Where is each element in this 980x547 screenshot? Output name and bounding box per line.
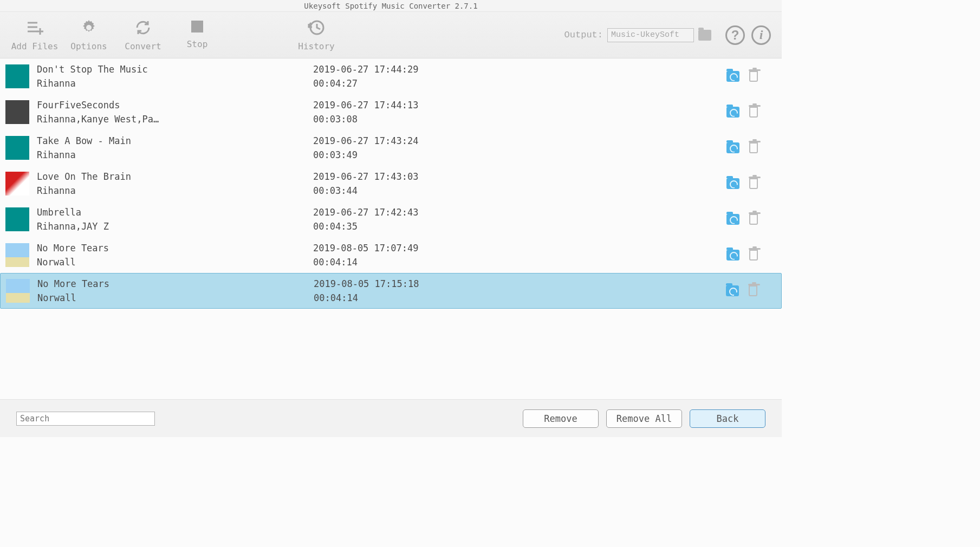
track-duration: 00:03:44	[313, 185, 562, 196]
convert-button[interactable]: Convert	[116, 14, 170, 57]
convert-icon	[134, 18, 152, 37]
track-row[interactable]: Love On The BrainRihanna2019-06-27 17:43…	[0, 166, 782, 201]
track-actions	[726, 285, 776, 296]
track-list: Don't Stop The MusicRihanna2019-06-27 17…	[0, 58, 782, 399]
track-artist: Rihanna	[37, 185, 313, 196]
album-art	[5, 172, 29, 196]
track-meta: 2019-06-27 17:44:2900:04:27	[313, 64, 562, 89]
track-info: Love On The BrainRihanna	[37, 171, 313, 196]
track-row[interactable]: FourFiveSecondsRihanna,Kanye West,Pa…201…	[0, 94, 782, 130]
track-meta: 2019-06-27 17:42:4300:04:35	[313, 207, 562, 232]
track-duration: 00:04:35	[313, 221, 562, 232]
stop-icon	[191, 21, 203, 32]
output-label: Output:	[564, 30, 603, 40]
track-meta: 2019-06-27 17:43:0300:03:44	[313, 171, 562, 196]
track-artist: Norwall	[37, 292, 314, 303]
track-row[interactable]: No More TearsNorwall2019-08-05 17:15:180…	[0, 273, 782, 309]
track-date: 2019-06-27 17:42:43	[313, 207, 562, 218]
track-date: 2019-08-05 17:07:49	[313, 243, 562, 253]
track-meta: 2019-08-05 17:07:4900:04:14	[313, 243, 562, 268]
toolbar: Add Files Options Convert Stop History O…	[0, 12, 782, 58]
history-icon	[307, 18, 326, 37]
track-title: Love On The Brain	[37, 171, 313, 182]
track-duration: 00:04:14	[314, 292, 563, 303]
window-title: Ukeysoft Spotify Music Converter 2.7.1	[0, 0, 782, 12]
album-art	[5, 207, 29, 231]
track-row[interactable]: Don't Stop The MusicRihanna2019-06-27 17…	[0, 58, 782, 94]
track-title: No More Tears	[37, 278, 314, 289]
search-input[interactable]	[16, 412, 155, 426]
track-title: Don't Stop The Music	[37, 64, 313, 75]
track-meta: 2019-06-27 17:44:1300:03:08	[313, 100, 562, 125]
track-date: 2019-06-27 17:44:29	[313, 64, 562, 75]
track-date: 2019-08-05 17:15:18	[314, 278, 563, 289]
track-actions	[726, 71, 776, 82]
track-title: Umbrella	[37, 207, 313, 218]
track-title: No More Tears	[37, 243, 313, 253]
track-info: FourFiveSecondsRihanna,Kanye West,Pa…	[37, 100, 313, 125]
add-files-icon	[25, 18, 44, 37]
open-folder-icon[interactable]	[726, 250, 739, 261]
remove-all-button[interactable]: Remove All	[606, 409, 682, 428]
track-artist: Rihanna	[37, 149, 313, 160]
open-folder-icon[interactable]	[726, 285, 739, 296]
info-icon[interactable]: i	[751, 25, 771, 45]
track-actions	[726, 214, 776, 225]
open-folder-icon[interactable]	[726, 107, 739, 118]
track-info: Take A Bow - MainRihanna	[37, 135, 313, 160]
track-date: 2019-06-27 17:43:24	[313, 135, 562, 146]
track-duration: 00:03:49	[313, 149, 562, 160]
delete-icon[interactable]	[749, 250, 758, 261]
track-date: 2019-06-27 17:43:03	[313, 171, 562, 182]
track-info: No More TearsNorwall	[37, 278, 314, 303]
album-art	[5, 100, 29, 124]
back-button[interactable]: Back	[690, 409, 765, 428]
track-info: No More TearsNorwall	[37, 243, 313, 268]
output-path-input[interactable]	[607, 28, 694, 42]
footer: Remove Remove All Back	[0, 399, 782, 437]
stop-button[interactable]: Stop	[170, 14, 224, 57]
delete-icon[interactable]	[749, 214, 758, 225]
gear-icon	[80, 18, 98, 37]
album-art	[5, 243, 29, 267]
album-art	[6, 279, 30, 303]
track-actions	[726, 250, 776, 261]
track-meta: 2019-08-05 17:15:1800:04:14	[314, 278, 563, 303]
delete-icon[interactable]	[749, 178, 758, 189]
delete-icon[interactable]	[749, 285, 757, 296]
track-info: Don't Stop The MusicRihanna	[37, 64, 313, 89]
track-artist: Norwall	[37, 257, 313, 268]
history-button[interactable]: History	[289, 14, 343, 57]
convert-label: Convert	[125, 41, 161, 51]
stop-label: Stop	[187, 39, 208, 49]
track-meta: 2019-06-27 17:43:2400:03:49	[313, 135, 562, 160]
options-button[interactable]: Options	[62, 14, 116, 57]
add-files-button[interactable]: Add Files	[8, 14, 62, 57]
add-files-label: Add Files	[11, 41, 59, 51]
track-actions	[726, 107, 776, 118]
track-row[interactable]: Take A Bow - MainRihanna2019-06-27 17:43…	[0, 130, 782, 166]
delete-icon[interactable]	[749, 71, 758, 82]
album-art	[5, 64, 29, 88]
track-artist: Rihanna,Kanye West,Pa…	[37, 114, 313, 125]
history-label: History	[298, 41, 334, 51]
track-date: 2019-06-27 17:44:13	[313, 100, 562, 110]
track-duration: 00:04:27	[313, 78, 562, 89]
track-row[interactable]: No More TearsNorwall2019-08-05 17:07:490…	[0, 237, 782, 273]
album-art	[5, 136, 29, 160]
delete-icon[interactable]	[749, 142, 758, 153]
track-row[interactable]: UmbrellaRihanna,JAY Z2019-06-27 17:42:43…	[0, 201, 782, 237]
open-folder-icon[interactable]	[726, 71, 739, 82]
delete-icon[interactable]	[749, 107, 758, 118]
help-icon[interactable]: ?	[725, 25, 745, 45]
open-folder-icon[interactable]	[726, 214, 739, 225]
remove-button[interactable]: Remove	[523, 409, 599, 428]
browse-output-folder-icon[interactable]	[698, 30, 711, 41]
track-title: Take A Bow - Main	[37, 135, 313, 146]
track-duration: 00:03:08	[313, 114, 562, 125]
open-folder-icon[interactable]	[726, 142, 739, 153]
open-folder-icon[interactable]	[726, 178, 739, 189]
track-duration: 00:04:14	[313, 257, 562, 268]
output-group: Output:	[564, 28, 711, 42]
track-artist: Rihanna,JAY Z	[37, 221, 313, 232]
